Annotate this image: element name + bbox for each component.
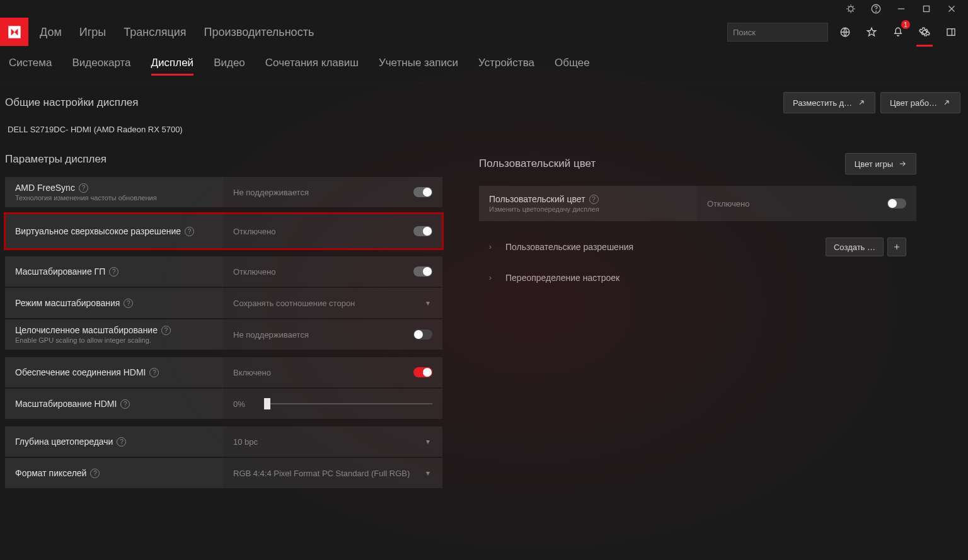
custom-resolutions-row[interactable]: › Пользовательские разрешения Создать … xyxy=(479,230,916,264)
user-color-sublabel: Изменить цветопередачу дисплея xyxy=(489,205,687,213)
setting-row-scalemode: Режим масштабирования?Сохранять соотноше… xyxy=(5,288,442,318)
intscale-toggle xyxy=(413,329,432,340)
arrange-displays-button[interactable]: Разместить д… xyxy=(783,92,875,113)
vsr-value: Отключено xyxy=(233,227,275,236)
device-name: DELL S2719DC- HDMI (AMD Radeon RX 5700) xyxy=(5,125,960,134)
user-color-label: Пользовательский цвет xyxy=(489,194,585,204)
tab-general[interactable]: Общее xyxy=(555,57,590,73)
bookmark-icon[interactable] xyxy=(862,23,881,42)
help-icon[interactable]: ? xyxy=(90,469,100,478)
notification-badge: 1 xyxy=(901,20,910,29)
settings-icon[interactable] xyxy=(915,23,934,42)
gpuscale-label: Масштабирование ГП xyxy=(15,266,105,277)
help-icon[interactable]: ? xyxy=(79,183,88,193)
hdmiscale-label: Масштабирование HDMI xyxy=(15,399,117,409)
user-color-value: Отключено xyxy=(707,199,749,209)
gpuscale-toggle[interactable] xyxy=(413,266,432,277)
help-icon[interactable]: ? xyxy=(185,227,194,236)
user-color-row: Пользовательский цвет ? Изменить цветопе… xyxy=(479,186,916,221)
freesync-sublabel: Технология изменения частоты обновления xyxy=(15,194,213,202)
setting-row-intscale: Целочисленное масштабирование?Enable GPU… xyxy=(5,319,442,350)
scalemode-value: Сохранять соотношение сторон xyxy=(233,299,355,308)
override-settings-row[interactable]: › Переопределение настроек xyxy=(479,265,916,290)
sidebar-toggle-icon[interactable] xyxy=(942,23,960,42)
tab-devices[interactable]: Устройства xyxy=(478,57,534,73)
help-icon[interactable]: ? xyxy=(149,368,159,377)
chevron-down-icon[interactable]: ▾ xyxy=(424,435,432,449)
intscale-label: Целочисленное масштабирование xyxy=(15,325,158,335)
user-color-toggle[interactable] xyxy=(887,198,906,209)
intscale-value: Не поддерживается xyxy=(233,330,309,340)
amd-logo[interactable] xyxy=(0,18,28,46)
nav-home[interactable]: Дом xyxy=(40,26,62,39)
notifications-icon[interactable]: 1 xyxy=(889,23,908,42)
chevron-right-icon: › xyxy=(489,273,502,282)
vsr-label: Виртуальное сверхвысокое разрешение xyxy=(15,226,181,236)
setting-row-gpuscale: Масштабирование ГП?Отключено xyxy=(5,256,442,287)
hdmiscale-slider[interactable] xyxy=(245,403,432,404)
tab-hotkeys[interactable]: Сочетания клавиш xyxy=(265,57,359,73)
freesync-toggle[interactable] xyxy=(413,187,432,197)
hdmiscale-value: 0% xyxy=(233,399,245,409)
hdmilink-label: Обеспечение соединения HDMI xyxy=(15,367,146,377)
add-button[interactable] xyxy=(887,237,906,256)
game-color-label: Цвет игры xyxy=(855,159,893,169)
display-parameters-title: Параметры дисплея xyxy=(5,153,107,166)
desktop-color-button[interactable]: Цвет рабо… xyxy=(880,92,960,113)
help-icon[interactable]: ? xyxy=(589,195,599,204)
help-icon[interactable]: ? xyxy=(117,437,126,447)
svg-rect-6 xyxy=(947,29,955,36)
custom-resolutions-label: Пользовательские разрешения xyxy=(502,242,826,252)
chevron-down-icon[interactable]: ▾ xyxy=(424,466,432,480)
minimize-button[interactable] xyxy=(890,0,913,18)
search-box[interactable] xyxy=(727,23,828,42)
tab-gpu[interactable]: Видеокарта xyxy=(72,57,130,73)
svg-rect-3 xyxy=(924,6,930,12)
page-title: Общие настройки дисплея xyxy=(5,96,139,109)
hdmilink-toggle[interactable] xyxy=(413,367,432,377)
web-icon[interactable] xyxy=(836,23,855,42)
plus-icon xyxy=(892,243,901,251)
help-icon[interactable]: ? xyxy=(124,299,133,308)
arrow-expand-icon xyxy=(857,98,866,107)
nav-games[interactable]: Игры xyxy=(79,26,106,39)
game-color-button[interactable]: Цвет игры xyxy=(845,153,916,174)
create-resolution-button[interactable]: Создать … xyxy=(826,237,884,256)
top-navbar: Дом Игры Трансляция Производительность 1 xyxy=(0,18,968,47)
freesync-value: Не поддерживается xyxy=(233,188,309,197)
close-button[interactable] xyxy=(940,0,963,18)
main-nav: Дом Игры Трансляция Производительность xyxy=(28,26,314,39)
nav-streaming[interactable]: Трансляция xyxy=(124,26,186,39)
svg-point-0 xyxy=(848,6,853,11)
help-icon[interactable]: ? xyxy=(161,326,171,335)
vsr-toggle[interactable] xyxy=(413,226,432,236)
help-icon[interactable]: ? xyxy=(120,399,130,409)
tab-display[interactable]: Дисплей xyxy=(151,57,194,73)
nav-performance[interactable]: Производительность xyxy=(204,26,314,39)
pixelformat-value: RGB 4:4:4 Pixel Format PC Standard (Full… xyxy=(233,469,410,478)
colordepth-label: Глубина цветопередачи xyxy=(15,437,113,447)
freesync-label: AMD FreeSync xyxy=(15,183,75,193)
display-parameters-column: Параметры дисплея AMD FreeSync?Технологи… xyxy=(5,153,442,489)
setting-row-pixelformat: Формат пикселей?RGB 4:4:4 Pixel Format P… xyxy=(5,458,442,488)
arrow-right-icon xyxy=(898,159,907,168)
setting-row-colordepth: Глубина цветопередачи?10 bpc▾ xyxy=(5,426,442,457)
tab-video[interactable]: Видео xyxy=(214,57,245,73)
settings-subtabs: Система Видеокарта Дисплей Видео Сочетан… xyxy=(0,47,968,83)
chevron-down-icon[interactable]: ▾ xyxy=(424,296,432,310)
help-icon[interactable] xyxy=(865,0,887,18)
search-input[interactable] xyxy=(733,28,839,37)
create-resolution-label: Создать … xyxy=(834,243,875,252)
chevron-right-icon: › xyxy=(489,243,502,251)
tab-system[interactable]: Система xyxy=(9,57,52,73)
hdmiscale-slider-thumb[interactable] xyxy=(264,398,270,409)
help-icon[interactable]: ? xyxy=(109,267,118,277)
maximize-button[interactable] xyxy=(915,0,938,18)
tab-accounts[interactable]: Учетные записи xyxy=(379,57,458,73)
desktop-color-label: Цвет рабо… xyxy=(890,98,937,108)
bug-icon[interactable] xyxy=(839,0,862,18)
setting-row-freesync: AMD FreeSync?Технология изменения частот… xyxy=(5,177,442,207)
user-color-title: Пользовательский цвет xyxy=(479,157,596,170)
svg-point-2 xyxy=(876,11,877,11)
hdmilink-value: Включено xyxy=(233,368,271,377)
